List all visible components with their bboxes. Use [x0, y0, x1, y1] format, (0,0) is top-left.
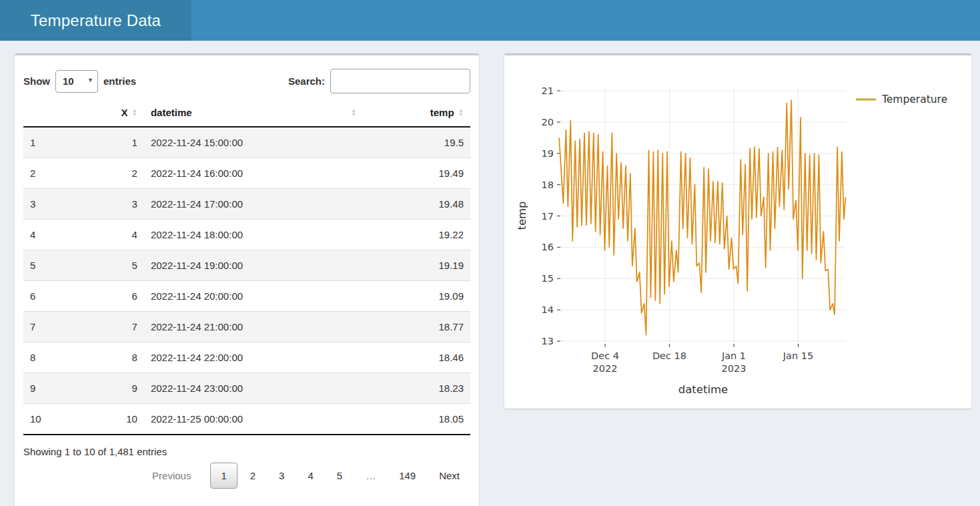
y-tick-label: 20 [542, 117, 554, 128]
table-cell: 2022-11-24 15:00:00 [144, 127, 363, 158]
table-row[interactable]: 10102022-11-25 00:00:0018.05 [23, 404, 470, 435]
column-label: temp [430, 107, 454, 118]
table-card: Show 10 ▼ entries Search: X▲▼datetime▲▼t… [15, 53, 479, 506]
sort-icon: ▲▼ [131, 109, 137, 116]
table-cell: 8 [23, 342, 91, 373]
table-cell: 1 [91, 127, 144, 158]
table-cell: 9 [23, 373, 91, 404]
table-cell: 18.23 [363, 373, 470, 404]
x-tick-label-year: 2022 [593, 363, 618, 374]
pagination: Previous12345…149Next [23, 463, 470, 489]
table-row[interactable]: 552022-11-24 19:00:0019.19 [23, 250, 470, 281]
y-tick-label: 14 [542, 304, 554, 315]
y-tick-label: 16 [542, 242, 554, 252]
table-cell: 2022-11-24 20:00:00 [144, 281, 363, 312]
search-control: Search: [288, 69, 470, 93]
y-tick-label: 21 [542, 85, 554, 96]
table-row[interactable]: 442022-11-24 18:00:0019.22 [23, 220, 470, 250]
search-label: Search: [288, 75, 325, 87]
legend-label: Temperature [881, 93, 947, 105]
table-cell: 18.05 [363, 404, 470, 435]
column-label: X [121, 107, 127, 118]
temperature-line [559, 100, 845, 335]
table-cell: 19.48 [363, 189, 470, 220]
sort-icon: ▲▼ [351, 109, 356, 116]
table-cell: 2022-11-24 16:00:00 [144, 158, 363, 189]
table-row[interactable]: 772022-11-24 21:00:0018.77 [23, 312, 470, 342]
entries-per-page-select[interactable]: 10 [55, 70, 98, 93]
table-cell: 2022-11-24 22:00:00 [144, 342, 363, 373]
table-cell: 2022-11-24 21:00:00 [144, 312, 363, 342]
table-cell: 19.49 [363, 158, 470, 189]
entries-length-control: Show 10 ▼ entries [23, 70, 136, 93]
y-tick-label: 19 [542, 148, 554, 159]
table-cell: 5 [91, 250, 144, 281]
table-cell: 6 [23, 281, 91, 312]
table-row[interactable]: 662022-11-24 20:00:0019.09 [23, 281, 470, 312]
app-logo: Temperature Data [0, 0, 191, 41]
x-axis-title: datetime [678, 383, 728, 396]
column-header-temp[interactable]: temp▲▼ [363, 103, 470, 127]
table-cell: 6 [91, 281, 144, 312]
x-tick-label: Jan 1 [721, 350, 746, 361]
x-tick-label-year: 2023 [722, 363, 747, 374]
x-tick-label: Dec 18 [652, 350, 686, 361]
pagination-page-149[interactable]: 149 [388, 463, 426, 489]
table-cell: 2022-11-24 19:00:00 [144, 250, 363, 281]
sort-icon: ▲▼ [458, 109, 464, 116]
page-title: Temperature Data [31, 11, 161, 29]
y-axis-title: temp [516, 201, 528, 230]
table-cell: 19.09 [363, 281, 470, 312]
table-body: 112022-11-24 15:00:0019.5222022-11-24 16… [23, 127, 470, 435]
x-tick-label: Jan 15 [783, 350, 813, 361]
pagination-previous[interactable]: Previous [141, 463, 201, 489]
table-row[interactable]: 332022-11-24 17:00:0019.48 [23, 189, 470, 220]
table-cell: 4 [23, 220, 91, 250]
table-cell: 10 [91, 404, 144, 435]
table-cell: 3 [23, 189, 91, 220]
table-cell: 4 [91, 220, 144, 250]
pagination-ellipsis: … [355, 463, 386, 489]
table-head: X▲▼datetime▲▼temp▲▼ [23, 103, 470, 127]
temperature-chart: 212019181716151413Dec 42022Dec 18Jan 120… [504, 55, 971, 409]
header: Temperature Data [0, 0, 980, 41]
table-row[interactable]: 882022-11-24 22:00:0018.46 [23, 342, 470, 373]
pagination-page-4[interactable]: 4 [297, 463, 324, 489]
search-input[interactable] [330, 69, 470, 93]
pagination-page-2[interactable]: 2 [239, 463, 266, 489]
table-cell: 2022-11-24 17:00:00 [144, 189, 363, 220]
table-cell: 18.77 [363, 312, 470, 342]
table-row[interactable]: 992022-11-24 23:00:0018.23 [23, 373, 470, 404]
table-cell: 2022-11-24 23:00:00 [144, 373, 363, 404]
table-row[interactable]: 112022-11-24 15:00:0019.5 [23, 127, 470, 158]
column-header-datetime[interactable]: datetime▲▼ [144, 103, 363, 127]
y-tick-label: 17 [542, 211, 554, 222]
table-cell: 18.46 [363, 342, 470, 373]
data-table: X▲▼datetime▲▼temp▲▼ 112022-11-24 15:00:0… [23, 103, 470, 435]
column-label: datetime [151, 107, 192, 118]
show-label: Show [23, 75, 50, 87]
pagination-next[interactable]: Next [428, 463, 470, 489]
table-row[interactable]: 222022-11-24 16:00:0019.49 [23, 158, 470, 189]
table-cell: 19.5 [363, 127, 470, 158]
pagination-page-5[interactable]: 5 [326, 463, 353, 489]
column-header-X[interactable]: X▲▼ [91, 103, 144, 127]
y-tick-label: 13 [542, 336, 554, 346]
table-cell: 7 [23, 312, 91, 342]
column-header-rownames [23, 103, 91, 127]
y-tick-label: 18 [542, 180, 554, 190]
table-cell: 9 [91, 373, 144, 404]
table-cell: 5 [23, 250, 91, 281]
table-cell: 10 [23, 404, 91, 435]
table-cell: 8 [91, 342, 144, 373]
table-cell: 19.22 [363, 220, 470, 250]
pagination-page-1[interactable]: 1 [210, 463, 237, 489]
table-controls: Show 10 ▼ entries Search: [23, 69, 470, 93]
table-cell: 2022-11-25 00:00:00 [144, 404, 363, 435]
table-info: Showing 1 to 10 of 1,481 entries [23, 446, 470, 457]
pagination-page-3[interactable]: 3 [268, 463, 295, 489]
app-root: Temperature Data Show 10 ▼ entries Searc… [0, 0, 980, 41]
y-tick-label: 15 [542, 273, 554, 284]
navbar [191, 0, 980, 41]
table-cell: 19.19 [363, 250, 470, 281]
